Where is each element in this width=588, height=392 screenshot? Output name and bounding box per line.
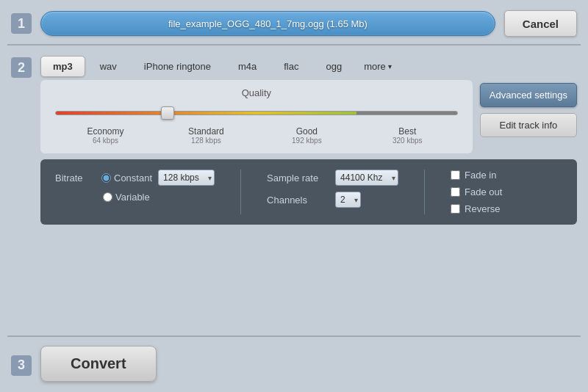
variable-row: Variable (55, 192, 215, 203)
tab-iphone-ringtone[interactable]: iPhone ringtone (132, 56, 223, 77)
separator1 (240, 170, 241, 214)
channels-label: Channels (267, 195, 329, 206)
fade-out-checkbox[interactable] (451, 187, 460, 197)
fade-out-text: Fade out (465, 186, 502, 197)
tab-m4a[interactable]: m4a (226, 56, 269, 77)
bitrate-label: Bitrate (55, 173, 96, 184)
marker-economy: Economy 64 kbps (55, 126, 156, 145)
channels-select[interactable]: 2 1 (335, 192, 361, 208)
slider-thumb[interactable] (161, 106, 174, 120)
more-chevron-icon: ▾ (388, 62, 392, 70)
marker-best: Best 320 kbps (357, 126, 458, 145)
bitrate-select-wrapper: 128 kbps 64 kbps 192 kbps 320 kbps (158, 170, 215, 186)
more-label: more (364, 61, 386, 72)
sample-rate-label: Sample rate (267, 173, 329, 184)
tab-mp3[interactable]: mp3 (40, 56, 85, 77)
sample-rate-select[interactable]: 44100 Khz 22050 Khz 11025 Khz (335, 170, 398, 186)
fade-in-text: Fade in (465, 170, 496, 181)
step1-number: 1 (11, 13, 32, 34)
step3-row: 3 Convert (0, 337, 588, 392)
step1-row: 1 file_example_OGG_480_1_7mg.ogg (1.65 M… (0, 0, 588, 44)
quality-row: Quality Economy 64 kbps Standard 128 kbp… (40, 80, 577, 153)
file-bar: file_example_OGG_480_1_7mg.ogg (1.65 Mb) (40, 11, 495, 36)
convert-button[interactable]: Convert (40, 346, 157, 382)
advanced-panel: Bitrate Constant 128 kbps 64 kbps 192 kb… (40, 159, 577, 225)
reverse-checkbox[interactable] (451, 204, 460, 214)
constant-label[interactable]: Constant (101, 173, 152, 184)
sample-rate-select-wrapper: 44100 Khz 22050 Khz 11025 Khz (335, 170, 398, 186)
step2-left: mp3 wav iPhone ringtone m4a flac ogg mor… (40, 53, 577, 225)
tab-wav[interactable]: wav (87, 56, 129, 77)
marker-good: Good 192 kbps (257, 126, 357, 145)
tab-more[interactable]: more ▾ (356, 57, 399, 76)
edit-track-button[interactable]: Edit track info (480, 113, 577, 137)
bitrate-group: Bitrate Constant 128 kbps 64 kbps 192 kb… (55, 170, 215, 203)
fade-in-checkbox[interactable] (451, 170, 460, 180)
fade-in-label[interactable]: Fade in (451, 170, 502, 181)
constant-radio[interactable] (101, 173, 111, 183)
bitrate-select[interactable]: 128 kbps 64 kbps 192 kbps 320 kbps (158, 170, 215, 186)
spacer (0, 229, 588, 335)
channels-row: Channels 2 1 (267, 192, 398, 208)
sample-rate-row: Sample rate 44100 Khz 22050 Khz 11025 Kh… (267, 170, 398, 186)
effects-group: Fade in Fade out Reverse (451, 170, 502, 214)
reverse-label[interactable]: Reverse (451, 203, 502, 214)
reverse-text: Reverse (465, 203, 500, 214)
variable-text: Variable (115, 192, 150, 203)
main-container: 1 file_example_OGG_480_1_7mg.ogg (1.65 M… (0, 0, 588, 392)
step1-content: file_example_OGG_480_1_7mg.ogg (1.65 Mb)… (40, 10, 577, 37)
step2-row: 2 mp3 wav iPhone ringtone m4a flac ogg m… (0, 46, 588, 229)
variable-radio[interactable] (103, 192, 112, 202)
channels-select-wrapper: 2 1 (335, 192, 361, 208)
constant-text: Constant (114, 173, 152, 184)
fade-out-label[interactable]: Fade out (451, 186, 502, 197)
separator2 (424, 170, 425, 214)
right-buttons: Advanced settings Edit track info (480, 80, 577, 137)
sample-channels-group: Sample rate 44100 Khz 22050 Khz 11025 Kh… (267, 170, 398, 208)
tab-ogg[interactable]: ogg (313, 56, 354, 77)
step2-number: 2 (11, 57, 32, 78)
tab-flac[interactable]: flac (271, 56, 311, 77)
slider-markers: Economy 64 kbps Standard 128 kbps Good 1… (55, 126, 458, 145)
variable-label[interactable]: Variable (103, 192, 150, 203)
marker-standard: Standard 128 kbps (156, 126, 257, 145)
quality-title: Quality (55, 87, 458, 98)
step3-number: 3 (11, 355, 32, 376)
format-tabs: mp3 wav iPhone ringtone m4a flac ogg mor… (40, 53, 577, 80)
cancel-button[interactable]: Cancel (504, 10, 577, 37)
advanced-settings-button[interactable]: Advanced settings (480, 83, 577, 107)
bitrate-row: Bitrate Constant 128 kbps 64 kbps 192 kb… (55, 170, 215, 186)
quality-panel: Quality Economy 64 kbps Standard 128 kbp… (40, 80, 473, 153)
slider-track (55, 111, 458, 115)
slider-container[interactable] (55, 106, 458, 120)
